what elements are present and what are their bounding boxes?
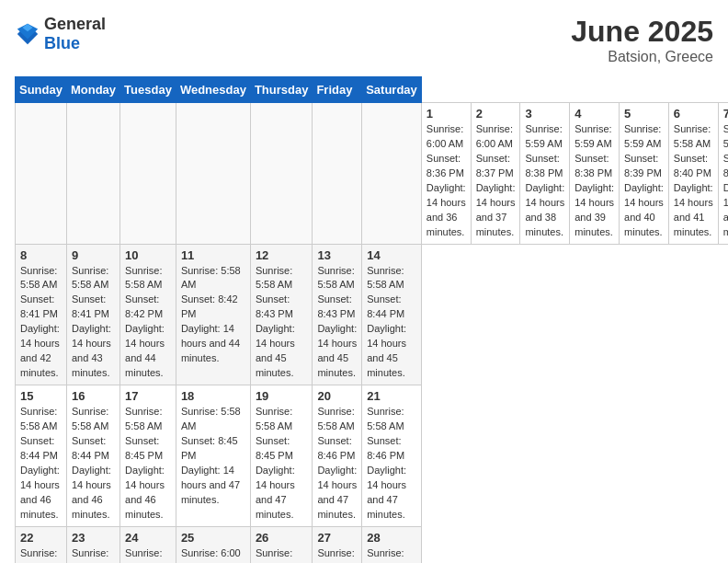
day-info: Sunrise: 5:58 AMSunset: 8:41 PMDaylight:… xyxy=(20,264,62,382)
calendar-cell: 10Sunrise: 5:58 AMSunset: 8:42 PMDayligh… xyxy=(120,244,176,385)
day-number: 3 xyxy=(525,107,564,121)
calendar-cell: 23Sunrise: 5:59 AMSunset: 8:46 PMDayligh… xyxy=(66,526,119,563)
day-info: Sunrise: 6:01 AMSunset: 8:47 PMDaylight:… xyxy=(367,546,416,564)
calendar-cell: 8Sunrise: 5:58 AMSunset: 8:41 PMDaylight… xyxy=(16,244,67,385)
page-location: Batsion, Greece xyxy=(571,49,713,65)
day-number: 28 xyxy=(367,531,416,545)
calendar-cell: 27Sunrise: 6:00 AMSunset: 8:47 PMDayligh… xyxy=(313,526,362,563)
calendar-cell: 14Sunrise: 5:58 AMSunset: 8:44 PMDayligh… xyxy=(362,244,422,385)
day-number: 22 xyxy=(20,531,62,545)
calendar-cell: 18Sunrise: 5:58 AMSunset: 8:45 PMDayligh… xyxy=(176,385,250,527)
calendar-header-row: SundayMondayTuesdayWednesdayThursdayFrid… xyxy=(16,77,729,103)
day-number: 7 xyxy=(723,107,728,121)
day-number: 18 xyxy=(181,389,245,403)
calendar-header-saturday: Saturday xyxy=(362,77,422,103)
calendar-cell: 17Sunrise: 5:58 AMSunset: 8:45 PMDayligh… xyxy=(120,385,176,527)
calendar-cell: 7Sunrise: 5:58 AMSunset: 8:40 PMDaylight… xyxy=(718,103,728,245)
calendar-cell: 3Sunrise: 5:59 AMSunset: 8:38 PMDaylight… xyxy=(520,103,570,245)
day-number: 27 xyxy=(317,531,357,545)
calendar-cell xyxy=(16,103,67,245)
day-info: Sunrise: 5:58 AMSunset: 8:45 PMDaylight:… xyxy=(181,405,245,508)
day-number: 19 xyxy=(256,389,308,403)
calendar-cell: 6Sunrise: 5:58 AMSunset: 8:40 PMDaylight… xyxy=(668,103,718,245)
logo-icon xyxy=(15,21,40,47)
day-info: Sunrise: 5:58 AMSunset: 8:45 PMDaylight:… xyxy=(125,405,171,523)
calendar-cell: 25Sunrise: 6:00 AMSunset: 8:46 PMDayligh… xyxy=(176,526,250,563)
day-number: 4 xyxy=(574,107,614,121)
calendar-cell: 16Sunrise: 5:58 AMSunset: 8:44 PMDayligh… xyxy=(66,385,119,527)
calendar-week-3: 15Sunrise: 5:58 AMSunset: 8:44 PMDayligh… xyxy=(16,385,729,527)
day-number: 10 xyxy=(125,248,171,262)
day-info: Sunrise: 5:59 AMSunset: 8:39 PMDaylight:… xyxy=(624,122,664,240)
title-block: June 2025 Batsion, Greece xyxy=(571,15,713,65)
logo-text: General Blue xyxy=(44,15,106,53)
calendar-cell xyxy=(120,103,176,245)
calendar-cell: 12Sunrise: 5:58 AMSunset: 8:43 PMDayligh… xyxy=(250,244,313,385)
calendar-header-tuesday: Tuesday xyxy=(120,77,176,103)
day-info: Sunrise: 5:58 AMSunset: 8:44 PMDaylight:… xyxy=(20,405,62,523)
day-info: Sunrise: 5:58 AMSunset: 8:46 PMDaylight:… xyxy=(367,405,416,523)
day-info: Sunrise: 5:59 AMSunset: 8:46 PMDaylight:… xyxy=(72,546,115,564)
day-number: 9 xyxy=(72,248,115,262)
day-info: Sunrise: 5:58 AMSunset: 8:46 PMDaylight:… xyxy=(317,405,357,523)
calendar-cell: 21Sunrise: 5:58 AMSunset: 8:46 PMDayligh… xyxy=(362,385,422,527)
calendar-cell: 20Sunrise: 5:58 AMSunset: 8:46 PMDayligh… xyxy=(313,385,362,527)
calendar-cell xyxy=(313,103,362,245)
day-number: 24 xyxy=(125,531,171,545)
calendar-cell: 9Sunrise: 5:58 AMSunset: 8:41 PMDaylight… xyxy=(66,244,119,385)
day-number: 12 xyxy=(256,248,308,262)
day-number: 23 xyxy=(72,531,115,545)
day-info: Sunrise: 5:58 AMSunset: 8:40 PMDaylight:… xyxy=(723,122,728,240)
day-number: 14 xyxy=(367,248,416,262)
day-number: 11 xyxy=(181,248,245,262)
logo-blue: Blue xyxy=(44,34,80,52)
day-info: Sunrise: 5:59 AMSunset: 8:46 PMDaylight:… xyxy=(20,546,62,564)
day-number: 1 xyxy=(427,107,466,121)
day-info: Sunrise: 6:00 AMSunset: 8:47 PMDaylight:… xyxy=(256,546,308,564)
calendar-cell: 11Sunrise: 5:58 AMSunset: 8:42 PMDayligh… xyxy=(176,244,250,385)
logo: General Blue xyxy=(15,15,106,53)
day-info: Sunrise: 6:00 AMSunset: 8:46 PMDaylight:… xyxy=(181,546,245,564)
day-info: Sunrise: 5:59 AMSunset: 8:38 PMDaylight:… xyxy=(525,122,564,240)
day-number: 17 xyxy=(125,389,171,403)
day-info: Sunrise: 5:59 AMSunset: 8:38 PMDaylight:… xyxy=(574,122,614,240)
day-number: 15 xyxy=(20,389,62,403)
day-info: Sunrise: 5:58 AMSunset: 8:44 PMDaylight:… xyxy=(72,405,115,523)
calendar-cell: 13Sunrise: 5:58 AMSunset: 8:43 PMDayligh… xyxy=(313,244,362,385)
day-info: Sunrise: 5:58 AMSunset: 8:42 PMDaylight:… xyxy=(125,264,171,382)
day-number: 26 xyxy=(256,531,308,545)
calendar-cell xyxy=(250,103,313,245)
day-info: Sunrise: 5:58 AMSunset: 8:45 PMDaylight:… xyxy=(256,405,308,523)
calendar-cell: 26Sunrise: 6:00 AMSunset: 8:47 PMDayligh… xyxy=(250,526,313,563)
day-info: Sunrise: 5:58 AMSunset: 8:43 PMDaylight:… xyxy=(256,264,308,382)
page-header: General Blue June 2025 Batsion, Greece xyxy=(15,15,713,65)
calendar-header-sunday: Sunday xyxy=(16,77,67,103)
day-number: 5 xyxy=(624,107,664,121)
calendar-cell xyxy=(362,103,422,245)
calendar-cell xyxy=(66,103,119,245)
calendar-cell: 24Sunrise: 5:59 AMSunset: 8:46 PMDayligh… xyxy=(120,526,176,563)
day-number: 16 xyxy=(72,389,115,403)
day-number: 13 xyxy=(317,248,357,262)
calendar-cell: 4Sunrise: 5:59 AMSunset: 8:38 PMDaylight… xyxy=(570,103,620,245)
calendar-cell xyxy=(176,103,250,245)
calendar-week-1: 1Sunrise: 6:00 AMSunset: 8:36 PMDaylight… xyxy=(16,103,729,245)
day-info: Sunrise: 5:58 AMSunset: 8:40 PMDaylight:… xyxy=(674,122,713,240)
calendar-cell: 15Sunrise: 5:58 AMSunset: 8:44 PMDayligh… xyxy=(16,385,67,527)
day-number: 25 xyxy=(181,531,245,545)
day-info: Sunrise: 5:59 AMSunset: 8:46 PMDaylight:… xyxy=(125,546,171,564)
day-info: Sunrise: 6:00 AMSunset: 8:37 PMDaylight:… xyxy=(476,122,516,240)
day-number: 6 xyxy=(674,107,713,121)
day-info: Sunrise: 6:00 AMSunset: 8:47 PMDaylight:… xyxy=(317,546,357,564)
calendar-table: SundayMondayTuesdayWednesdayThursdayFrid… xyxy=(15,76,728,563)
day-number: 21 xyxy=(367,389,416,403)
calendar-cell: 28Sunrise: 6:01 AMSunset: 8:47 PMDayligh… xyxy=(362,526,422,563)
calendar-cell: 2Sunrise: 6:00 AMSunset: 8:37 PMDaylight… xyxy=(471,103,520,245)
calendar-cell: 19Sunrise: 5:58 AMSunset: 8:45 PMDayligh… xyxy=(250,385,313,527)
calendar-header-monday: Monday xyxy=(66,77,119,103)
day-number: 20 xyxy=(317,389,357,403)
calendar-cell: 5Sunrise: 5:59 AMSunset: 8:39 PMDaylight… xyxy=(620,103,669,245)
day-info: Sunrise: 6:00 AMSunset: 8:36 PMDaylight:… xyxy=(427,122,466,240)
calendar-header-wednesday: Wednesday xyxy=(176,77,250,103)
day-info: Sunrise: 5:58 AMSunset: 8:43 PMDaylight:… xyxy=(317,264,357,382)
